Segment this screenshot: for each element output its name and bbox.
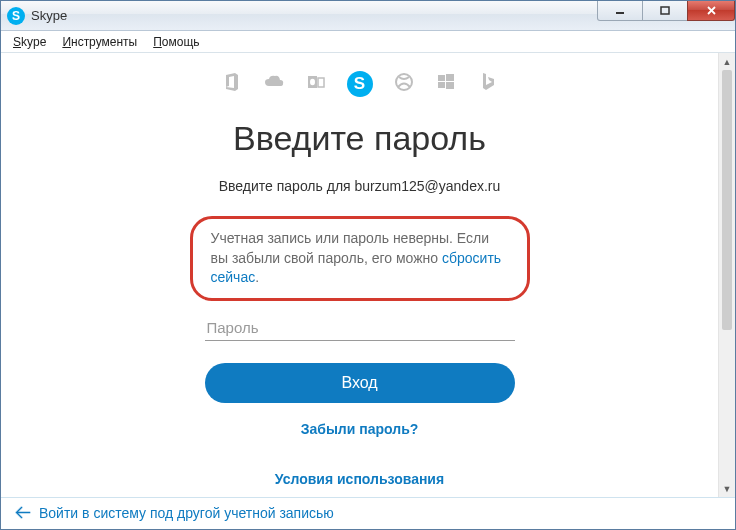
forgot-password-link[interactable]: Забыли пароль? [301,421,419,437]
forgot-password-row: Забыли пароль? [1,421,718,437]
bing-icon [477,71,499,93]
xbox-icon [393,71,415,93]
page-heading: Введите пароль [1,119,718,158]
svg-point-7 [396,74,412,90]
menu-bar: Skype Инструменты Помощь [1,31,735,53]
terms-row: Условия использования [1,471,718,487]
skype-icon: S [347,71,373,97]
window-titlebar: S Skype [1,1,735,31]
onedrive-icon [263,71,285,93]
menu-help[interactable]: Помощь [145,33,207,51]
bottom-bar: 🡠 Войти в систему под другой учетной зап… [1,497,735,527]
office-icon [221,71,243,93]
svg-rect-11 [446,82,454,89]
svg-rect-8 [438,75,445,81]
windows-icon [435,71,457,93]
svg-rect-10 [438,82,445,88]
service-icons-row: S [1,71,718,97]
skype-app-icon: S [7,7,25,25]
vertical-scrollbar[interactable]: ▲ ▼ [718,53,735,497]
scroll-thumb[interactable] [722,70,732,330]
svg-point-6 [310,79,315,85]
page-subtext: Введите пароль для burzum125@yandex.ru [1,178,718,194]
svg-rect-9 [446,74,454,81]
close-button[interactable] [687,1,735,21]
error-message-box: Учетная запись или пароль неверны. Если … [190,216,530,301]
signin-button[interactable]: Вход [205,363,515,403]
window-title: Skype [31,8,67,23]
account-email: burzum125@yandex.ru [355,178,501,194]
menu-skype[interactable]: Skype [5,33,54,51]
password-input[interactable] [205,315,515,341]
svg-rect-1 [661,7,669,14]
scroll-up-arrow[interactable]: ▲ [719,53,735,70]
svg-rect-5 [318,78,324,87]
window-controls [598,1,735,21]
back-to-other-account-link[interactable]: 🡠 Войти в систему под другой учетной зап… [15,504,334,522]
scroll-down-arrow[interactable]: ▼ [719,480,735,497]
outlook-icon [305,71,327,93]
arrow-left-icon: 🡠 [15,504,31,522]
password-field-wrap [205,315,515,341]
terms-link[interactable]: Условия использования [275,471,444,487]
minimize-button[interactable] [597,1,643,21]
maximize-button[interactable] [642,1,688,21]
content-area: ▲ ▼ S Введите пароль [1,53,735,497]
menu-tools[interactable]: Инструменты [54,33,145,51]
